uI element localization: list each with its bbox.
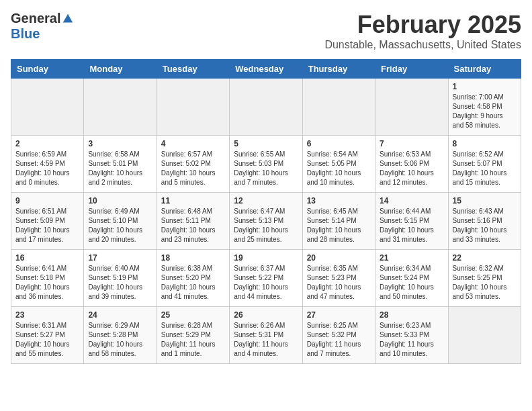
day-number: 25: [161, 310, 225, 320]
calendar-cell: 18Sunrise: 6:38 AM Sunset: 5:20 PM Dayli…: [157, 250, 229, 307]
day-number: 28: [380, 310, 443, 320]
day-number: 2: [15, 139, 79, 148]
calendar-cell: 17Sunrise: 6:40 AM Sunset: 5:19 PM Dayli…: [84, 250, 157, 307]
day-number: 18: [161, 253, 225, 263]
day-number: 12: [234, 196, 298, 205]
day-number: 3: [88, 139, 152, 148]
calendar-cell: [230, 79, 302, 136]
svg-marker-0: [63, 13, 73, 22]
column-header-saturday: Saturday: [448, 60, 521, 79]
day-info: Sunrise: 6:52 AM Sunset: 5:07 PM Dayligh…: [453, 150, 517, 187]
calendar-cell: 9Sunrise: 6:51 AM Sunset: 5:09 PM Daylig…: [11, 193, 84, 250]
calendar-cell: [157, 79, 229, 136]
calendar-cell: 2Sunrise: 6:59 AM Sunset: 4:59 PM Daylig…: [11, 136, 84, 193]
calendar-cell: [11, 79, 84, 136]
calendar-cell: [448, 307, 521, 364]
day-info: Sunrise: 6:48 AM Sunset: 5:11 PM Dayligh…: [161, 207, 225, 244]
calendar-cell: [375, 79, 448, 136]
day-number: 7: [380, 139, 443, 148]
day-info: Sunrise: 6:41 AM Sunset: 5:18 PM Dayligh…: [15, 264, 79, 302]
day-info: Sunrise: 6:51 AM Sunset: 5:09 PM Dayligh…: [15, 207, 79, 244]
calendar-cell: 7Sunrise: 6:53 AM Sunset: 5:06 PM Daylig…: [375, 136, 448, 193]
calendar-cell: 4Sunrise: 6:57 AM Sunset: 5:02 PM Daylig…: [157, 136, 229, 193]
calendar-cell: 27Sunrise: 6:25 AM Sunset: 5:32 PM Dayli…: [302, 307, 375, 364]
calendar-cell: 19Sunrise: 6:37 AM Sunset: 5:22 PM Dayli…: [230, 250, 302, 307]
day-info: Sunrise: 6:44 AM Sunset: 5:15 PM Dayligh…: [380, 207, 443, 244]
day-info: Sunrise: 6:31 AM Sunset: 5:27 PM Dayligh…: [15, 321, 79, 359]
page-header: General Blue February 2025 Dunstable, Ma…: [11, 11, 521, 51]
day-number: 1: [453, 82, 517, 91]
day-number: 11: [161, 196, 225, 205]
day-info: Sunrise: 7:00 AM Sunset: 4:58 PM Dayligh…: [453, 93, 517, 130]
calendar-cell: 26Sunrise: 6:26 AM Sunset: 5:31 PM Dayli…: [230, 307, 302, 364]
calendar-cell: 3Sunrise: 6:58 AM Sunset: 5:01 PM Daylig…: [84, 136, 157, 193]
column-header-friday: Friday: [375, 60, 448, 79]
calendar-cell: 8Sunrise: 6:52 AM Sunset: 5:07 PM Daylig…: [448, 136, 521, 193]
calendar-cell: 24Sunrise: 6:29 AM Sunset: 5:28 PM Dayli…: [84, 307, 157, 364]
day-info: Sunrise: 6:58 AM Sunset: 5:01 PM Dayligh…: [88, 150, 152, 187]
calendar-cell: 16Sunrise: 6:41 AM Sunset: 5:18 PM Dayli…: [11, 250, 84, 307]
logo: General Blue: [11, 11, 74, 42]
day-number: 9: [15, 196, 79, 205]
day-info: Sunrise: 6:55 AM Sunset: 5:03 PM Dayligh…: [234, 150, 298, 187]
calendar-cell: 6Sunrise: 6:54 AM Sunset: 5:05 PM Daylig…: [302, 136, 375, 193]
calendar-header-row: SundayMondayTuesdayWednesdayThursdayFrid…: [11, 60, 521, 79]
day-info: Sunrise: 6:28 AM Sunset: 5:29 PM Dayligh…: [161, 321, 225, 359]
day-number: 8: [453, 139, 517, 148]
day-info: Sunrise: 6:25 AM Sunset: 5:32 PM Dayligh…: [307, 321, 371, 359]
logo-blue-text: Blue: [11, 26, 40, 42]
day-info: Sunrise: 6:45 AM Sunset: 5:14 PM Dayligh…: [307, 207, 371, 244]
logo-general-text: General: [11, 11, 60, 26]
day-number: 6: [307, 139, 371, 148]
day-info: Sunrise: 6:54 AM Sunset: 5:05 PM Dayligh…: [307, 150, 371, 187]
day-number: 16: [15, 253, 79, 263]
calendar-cell: [302, 79, 375, 136]
calendar-cell: 13Sunrise: 6:45 AM Sunset: 5:14 PM Dayli…: [302, 193, 375, 250]
column-header-sunday: Sunday: [11, 60, 84, 79]
calendar-cell: 28Sunrise: 6:23 AM Sunset: 5:33 PM Dayli…: [375, 307, 448, 364]
day-info: Sunrise: 6:40 AM Sunset: 5:19 PM Dayligh…: [88, 264, 152, 302]
page-title: February 2025: [324, 11, 521, 39]
calendar-cell: 15Sunrise: 6:43 AM Sunset: 5:16 PM Dayli…: [448, 193, 521, 250]
week-row-1: 1Sunrise: 7:00 AM Sunset: 4:58 PM Daylig…: [11, 79, 521, 136]
day-info: Sunrise: 6:26 AM Sunset: 5:31 PM Dayligh…: [234, 321, 298, 359]
calendar-cell: 21Sunrise: 6:34 AM Sunset: 5:24 PM Dayli…: [375, 250, 448, 307]
day-number: 17: [88, 253, 152, 263]
day-info: Sunrise: 6:23 AM Sunset: 5:33 PM Dayligh…: [380, 321, 443, 359]
day-number: 27: [307, 310, 371, 320]
day-info: Sunrise: 6:29 AM Sunset: 5:28 PM Dayligh…: [88, 321, 152, 359]
day-number: 10: [88, 196, 152, 205]
column-header-monday: Monday: [84, 60, 157, 79]
day-info: Sunrise: 6:37 AM Sunset: 5:22 PM Dayligh…: [234, 264, 298, 302]
day-info: Sunrise: 6:38 AM Sunset: 5:20 PM Dayligh…: [161, 264, 225, 302]
day-number: 5: [234, 139, 298, 148]
day-number: 20: [307, 253, 371, 263]
day-number: 15: [453, 196, 517, 205]
day-number: 13: [307, 196, 371, 205]
calendar-cell: 12Sunrise: 6:47 AM Sunset: 5:13 PM Dayli…: [230, 193, 302, 250]
week-row-4: 16Sunrise: 6:41 AM Sunset: 5:18 PM Dayli…: [11, 250, 521, 307]
calendar-cell: 10Sunrise: 6:49 AM Sunset: 5:10 PM Dayli…: [84, 193, 157, 250]
calendar-cell: 23Sunrise: 6:31 AM Sunset: 5:27 PM Dayli…: [11, 307, 84, 364]
title-block: February 2025 Dunstable, Massachusetts, …: [324, 11, 521, 51]
week-row-3: 9Sunrise: 6:51 AM Sunset: 5:09 PM Daylig…: [11, 193, 521, 250]
calendar-cell: [84, 79, 157, 136]
day-info: Sunrise: 6:47 AM Sunset: 5:13 PM Dayligh…: [234, 207, 298, 244]
day-info: Sunrise: 6:49 AM Sunset: 5:10 PM Dayligh…: [88, 207, 152, 244]
calendar-cell: 14Sunrise: 6:44 AM Sunset: 5:15 PM Dayli…: [375, 193, 448, 250]
logo-icon: [62, 13, 74, 25]
day-number: 21: [380, 253, 443, 263]
calendar-cell: 20Sunrise: 6:35 AM Sunset: 5:23 PM Dayli…: [302, 250, 375, 307]
week-row-5: 23Sunrise: 6:31 AM Sunset: 5:27 PM Dayli…: [11, 307, 521, 364]
day-number: 24: [88, 310, 152, 320]
day-number: 4: [161, 139, 225, 148]
day-info: Sunrise: 6:57 AM Sunset: 5:02 PM Dayligh…: [161, 150, 225, 187]
day-info: Sunrise: 6:34 AM Sunset: 5:24 PM Dayligh…: [380, 264, 443, 302]
day-info: Sunrise: 6:43 AM Sunset: 5:16 PM Dayligh…: [453, 207, 517, 244]
day-number: 23: [15, 310, 79, 320]
calendar-cell: 11Sunrise: 6:48 AM Sunset: 5:11 PM Dayli…: [157, 193, 229, 250]
calendar-cell: 22Sunrise: 6:32 AM Sunset: 5:25 PM Dayli…: [448, 250, 521, 307]
day-number: 19: [234, 253, 298, 263]
page-subtitle: Dunstable, Massachusetts, United States: [324, 39, 521, 51]
day-number: 14: [380, 196, 443, 205]
